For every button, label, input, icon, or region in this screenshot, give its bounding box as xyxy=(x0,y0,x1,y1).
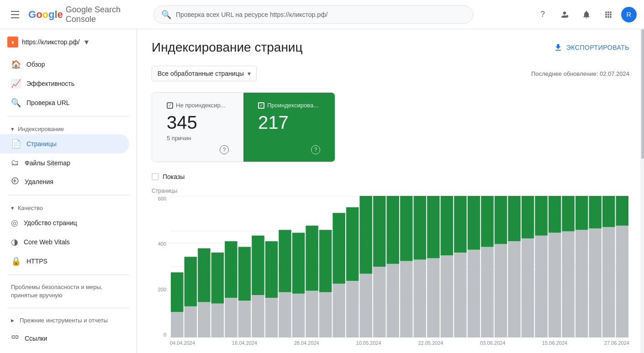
sidebar-item-security[interactable]: Проблемы безопасности и меры, принятые в… xyxy=(0,279,129,304)
sidebar-item-url-inspection[interactable]: 🔍 Проверка URL xyxy=(0,93,129,112)
apps-button[interactable] xyxy=(599,5,618,24)
sidebar: к https://кликстор.рф/ ▾ 🏠 Обзор 📈 Эффек… xyxy=(0,29,137,353)
sitemap-icon: 🗂 xyxy=(11,158,19,168)
sidebar-item-https[interactable]: 🔒 HTTPS xyxy=(0,252,129,271)
x-tick-1: 04.04.2024 xyxy=(170,340,195,346)
export-button[interactable]: ЭКСПОРТИРОВАТЬ xyxy=(554,43,629,52)
sidebar-item-label: Ссылки xyxy=(25,335,47,342)
pages-icon: 📄 xyxy=(11,139,21,149)
vitals-icon: ◑ xyxy=(11,237,18,247)
apps-icon xyxy=(604,10,613,19)
stat-indexed: ✓ Проиндексирова... 217 ? xyxy=(243,93,335,162)
main-content: Индексирование страниц ЭКСПОРТИРОВАТЬ Вс… xyxy=(137,29,644,353)
header-icons: ? R xyxy=(533,5,637,24)
chart-icon: 📈 xyxy=(11,79,21,89)
site-chevron-icon: ▾ xyxy=(84,37,89,47)
x-tick-7: 15.06.2024 xyxy=(542,340,567,346)
security-label: Проблемы безопасности и меры, принятые в… xyxy=(11,283,118,300)
legacy-label: Прежние инструменты и отчеты xyxy=(20,317,108,324)
section-indexing[interactable]: ▾ Индексирование xyxy=(0,120,137,134)
sidebar-item-overview[interactable]: 🏠 Обзор xyxy=(0,55,129,74)
stats-row: ✓ Не проиндексир... 345 5 причин ? ✓ Про… xyxy=(152,92,335,162)
section-label: Индексирование xyxy=(18,126,64,132)
accounts-button[interactable] xyxy=(555,5,574,24)
sidebar-item-page-experience[interactable]: ◎ Удобство страниц xyxy=(0,213,129,232)
notifications-button[interactable] xyxy=(577,5,596,24)
sidebar-item-label: Проверка URL xyxy=(26,99,70,106)
help-icon: ? xyxy=(540,10,545,19)
sidebar-item-label: Файлы Sitemap xyxy=(25,159,70,167)
header: Google Google Search Console 🔍 Проверка … xyxy=(0,0,644,29)
sidebar-item-sitemaps[interactable]: 🗂 Файлы Sitemap xyxy=(0,153,129,172)
y-tick-200: 200 xyxy=(158,287,166,292)
not-indexed-checkbox[interactable]: ✓ xyxy=(167,102,173,109)
stat-indexed-label: ✓ Проиндексирова... xyxy=(258,102,320,109)
nav-divider-4 xyxy=(7,308,129,308)
stat-help-green: ? xyxy=(258,145,320,154)
y-tick-0: 0 xyxy=(164,332,166,337)
sidebar-item-label: Страницы xyxy=(26,140,57,148)
x-axis: 04.04.2024 16.04.2024 28.04.2024 10.05.2… xyxy=(170,337,629,351)
sidebar-item-links[interactable]: Ссылки xyxy=(0,328,129,348)
sidebar-item-performance[interactable]: 📈 Эффективность xyxy=(0,74,129,93)
sidebar-item-legacy[interactable]: ▸ Прежние инструменты и отчеты xyxy=(0,312,129,328)
sidebar-item-label: Удаления xyxy=(25,178,53,185)
inspect-icon: 🔍 xyxy=(11,98,21,108)
help-icon-gray[interactable]: ? xyxy=(220,145,229,154)
chart-y-label: Страницы xyxy=(152,188,629,194)
shows-label: Показы xyxy=(163,173,185,180)
home-icon: 🏠 xyxy=(11,59,21,69)
search-bar[interactable]: 🔍 Проверка всех URL на ресурсе https://к… xyxy=(153,5,473,24)
x-tick-2: 16.04.2024 xyxy=(232,340,257,346)
section-quality[interactable]: ▾ Качество xyxy=(0,199,137,213)
indexed-count: 217 xyxy=(258,112,320,133)
logo-area: Google Google Search Console xyxy=(28,5,144,24)
google-logo: Google xyxy=(28,9,63,21)
nav-divider-1 xyxy=(7,116,129,116)
section-label: Качество xyxy=(18,205,43,211)
sidebar-item-label: Core Web Vitals xyxy=(24,238,70,246)
lock-icon: 🔒 xyxy=(11,256,21,266)
nav-divider-3 xyxy=(7,274,129,275)
chart-container: Страницы 600 400 200 0 xyxy=(152,188,629,351)
y-tick-400: 400 xyxy=(158,241,166,247)
page-title: Индексирование страниц xyxy=(152,40,303,55)
stat-help-gray: ? xyxy=(167,145,229,154)
help-button[interactable]: ? xyxy=(533,5,552,24)
x-tick-8: 27.06.2024 xyxy=(604,340,629,346)
sidebar-item-label: Обзор xyxy=(26,61,45,68)
not-indexed-count: 345 xyxy=(167,112,229,133)
help-icon-green[interactable]: ? xyxy=(311,145,320,154)
sidebar-item-label: Эффективность xyxy=(26,80,74,87)
accounts-icon xyxy=(560,10,569,19)
scroll-indicator[interactable] xyxy=(640,29,644,353)
x-tick-4: 10.05.2024 xyxy=(356,340,381,346)
shows-row: Показы xyxy=(152,173,629,180)
avatar[interactable]: R xyxy=(621,7,637,22)
sidebar-item-core-web-vitals[interactable]: ◑ Core Web Vitals xyxy=(0,232,129,252)
sidebar-item-removals[interactable]: Удаления xyxy=(0,172,129,191)
links-icon xyxy=(11,333,19,343)
sidebar-item-label: Удобство страниц xyxy=(24,219,77,227)
filter-row: Все обработанные страницы ▾ Последнее об… xyxy=(152,66,629,81)
x-tick-5: 22.05.2024 xyxy=(418,340,443,346)
experience-icon: ◎ xyxy=(11,218,18,228)
nav-divider-2 xyxy=(7,195,129,195)
stat-not-indexed-label: ✓ Не проиндексир... xyxy=(167,102,229,109)
chart-area xyxy=(170,196,629,337)
x-tick-3: 28.04.2024 xyxy=(294,340,319,346)
site-icon: к xyxy=(7,37,18,47)
sidebar-item-pages[interactable]: 📄 Страницы xyxy=(0,134,129,153)
menu-button[interactable] xyxy=(7,7,23,22)
shows-checkbox[interactable] xyxy=(152,173,159,180)
export-label: ЭКСПОРТИРОВАТЬ xyxy=(566,44,629,51)
site-selector[interactable]: к https://кликстор.рф/ ▾ xyxy=(0,33,137,55)
collapse-icon: ▾ xyxy=(11,126,14,132)
indexed-checkbox[interactable]: ✓ xyxy=(258,102,264,109)
search-icon: 🔍 xyxy=(161,10,171,20)
y-tick-600: 600 xyxy=(158,196,166,201)
indexed-sub xyxy=(258,135,320,142)
app-name: Google Search Console xyxy=(66,5,144,24)
filter-dropdown[interactable]: Все обработанные страницы ▾ xyxy=(152,66,257,81)
page-header: Индексирование страниц ЭКСПОРТИРОВАТЬ xyxy=(152,40,629,55)
